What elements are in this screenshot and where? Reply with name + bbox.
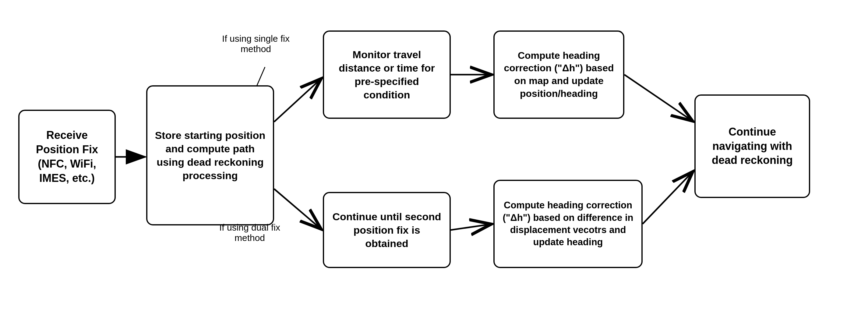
svg-line-6 [451,224,493,230]
svg-line-7 [624,74,694,122]
single-fix-annotation: If using single fix method [219,33,292,54]
monitor-travel-box: Monitor travel distance or time for pre-… [323,30,451,119]
compute-heading-top-box: Compute heading correction ("Δh") based … [493,30,624,119]
compute-heading-bottom-box: Compute heading correction ("Δh") based … [493,180,643,268]
svg-line-3 [274,78,322,122]
receive-fix-box: Receive Position Fix (NFC, WiFi, IMES, e… [18,110,116,204]
store-starting-box: Store starting position and compute path… [146,85,274,226]
continue-navigating-box: Continue navigating with dead reckoning [694,94,810,198]
dual-fix-annotation: If using dual fix method [216,222,283,243]
continue-until-box: Continue until second position fix is ob… [323,192,451,268]
diagram-container: Receive Position Fix (NFC, WiFi, IMES, e… [0,0,868,329]
svg-line-8 [643,171,694,224]
